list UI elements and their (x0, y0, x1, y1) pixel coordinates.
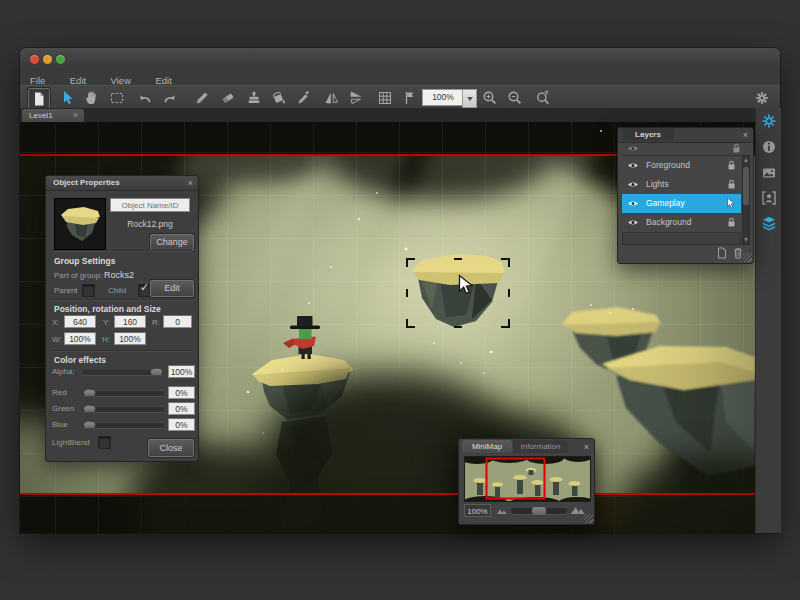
selection-handle[interactable] (454, 326, 462, 328)
new-document-button[interactable] (28, 88, 50, 109)
green-value[interactable]: 0% (168, 402, 195, 415)
tab-level1[interactable]: Level1 × (22, 109, 84, 122)
alpha-slider-handle[interactable] (150, 368, 163, 376)
visibility-eye-icon[interactable] (627, 161, 639, 170)
hand-tool-button[interactable] (82, 88, 102, 107)
layer-row-foreground[interactable]: Foreground (622, 156, 741, 176)
layers-panel-titlebar[interactable]: Layers × (618, 128, 753, 143)
layers-scrollbar[interactable] (742, 155, 750, 245)
title-bar[interactable] (20, 48, 780, 71)
right-sidebar (755, 108, 781, 533)
tab-information[interactable]: Information (513, 440, 568, 453)
blue-slider[interactable] (82, 423, 164, 428)
visibility-eye-icon[interactable] (627, 180, 639, 189)
close-button[interactable]: Close (148, 439, 194, 457)
object-properties-close-icon[interactable]: × (188, 176, 193, 190)
visibility-eye-icon[interactable] (627, 199, 639, 208)
zoom-level-dropdown-button[interactable] (462, 89, 477, 108)
pencil-tool-button[interactable] (192, 88, 212, 107)
layers-panel-tab[interactable]: Layers (622, 128, 674, 141)
selection-handle[interactable] (406, 258, 408, 267)
layer-row-gameplay[interactable]: Gameplay (622, 194, 741, 214)
layer-row-background[interactable]: Background (622, 213, 741, 233)
images-panel-button[interactable] (760, 164, 777, 181)
object-thumbnail (54, 198, 106, 250)
marquee-tool-button[interactable] (107, 88, 127, 107)
zoom-reset-button[interactable] (533, 88, 553, 107)
lock-icon[interactable] (727, 160, 736, 170)
green-slider-handle[interactable] (83, 405, 96, 413)
layers-panel-close-icon[interactable]: × (743, 128, 748, 142)
minimap-zoom-value[interactable]: 100% (464, 504, 491, 517)
change-button[interactable]: Change (150, 234, 194, 251)
flip-vertical-button[interactable] (346, 88, 366, 107)
alpha-slider[interactable] (82, 370, 164, 375)
scrollbar-thumb[interactable] (743, 167, 749, 205)
y-label: Y: (103, 318, 110, 327)
scroll-down-arrow-icon[interactable] (744, 238, 748, 242)
grid-toggle-button[interactable] (375, 88, 395, 107)
new-layer-icon[interactable] (716, 247, 727, 259)
blue-slider-handle[interactable] (83, 421, 96, 429)
y-input[interactable]: 160 (114, 315, 146, 328)
object-properties-titlebar[interactable]: Object Properties × (46, 176, 198, 191)
minimap-close-icon[interactable]: × (584, 440, 589, 454)
selection-handle[interactable] (508, 258, 510, 267)
h-input[interactable]: 100% (114, 332, 146, 345)
minimap-zoom-slider[interactable] (511, 508, 567, 514)
layers-panel-button[interactable] (760, 214, 777, 231)
selection-handle[interactable] (406, 319, 408, 328)
selection-handle[interactable] (454, 258, 462, 260)
eyedropper-tool-button[interactable] (294, 88, 314, 107)
visibility-eye-icon[interactable] (627, 218, 639, 227)
minimap-view[interactable] (464, 456, 591, 502)
parent-checkbox[interactable] (82, 284, 95, 297)
resize-grip[interactable] (743, 253, 752, 262)
alpha-value[interactable]: 100% (168, 365, 195, 378)
object-name-input[interactable] (110, 198, 190, 212)
redo-button[interactable] (160, 88, 180, 107)
brightness-panel-button[interactable] (760, 112, 777, 129)
zoom-level-field[interactable]: 100% (422, 89, 464, 106)
minimize-window-button[interactable] (43, 55, 52, 64)
fill-tool-button[interactable] (269, 88, 289, 107)
lock-icon[interactable] (727, 217, 736, 227)
lock-icon[interactable] (727, 179, 736, 189)
eraser-tool-button[interactable] (218, 88, 238, 107)
zoom-in-mountain-icon[interactable] (570, 502, 585, 515)
red-slider-handle[interactable] (83, 389, 96, 397)
maximize-window-button[interactable] (56, 55, 65, 64)
resize-grip[interactable] (584, 514, 593, 523)
scroll-up-arrow-icon[interactable] (744, 158, 748, 162)
select-tool-button[interactable] (57, 88, 77, 107)
selection-handle[interactable] (406, 289, 408, 297)
flip-horizontal-button[interactable] (322, 88, 342, 107)
zoom-out-mountain-icon[interactable] (496, 506, 507, 515)
new-document-icon (31, 91, 47, 107)
undo-button[interactable] (135, 88, 155, 107)
flag-marker-button[interactable] (400, 88, 420, 107)
focus-object-panel-button[interactable] (760, 189, 777, 206)
minimap-zoom-handle[interactable] (532, 507, 546, 515)
r-input[interactable]: 0 (163, 315, 192, 328)
x-input[interactable]: 640 (64, 315, 96, 328)
blue-value[interactable]: 0% (168, 418, 195, 431)
green-slider[interactable] (82, 407, 164, 412)
zoom-out-button[interactable] (505, 88, 525, 107)
selection-handle[interactable] (508, 289, 510, 297)
zoom-in-button[interactable] (480, 88, 500, 107)
info-panel-button[interactable] (760, 138, 777, 155)
settings-button[interactable] (752, 88, 772, 107)
delete-layer-trash-icon[interactable] (733, 247, 743, 259)
red-value[interactable]: 0% (168, 386, 195, 399)
edit-group-button[interactable]: Edit (150, 280, 194, 297)
tab-minimap[interactable]: MiniMap (462, 440, 512, 453)
red-slider[interactable] (82, 391, 164, 396)
layer-row-lights[interactable]: Lights (622, 175, 741, 195)
lightblend-checkbox[interactable] (98, 436, 111, 449)
w-input[interactable]: 100% (64, 332, 96, 345)
tab-close-icon[interactable]: × (73, 109, 78, 122)
selection-handle[interactable] (508, 319, 510, 328)
stamp-tool-button[interactable] (244, 88, 264, 107)
close-window-button[interactable] (30, 55, 39, 64)
